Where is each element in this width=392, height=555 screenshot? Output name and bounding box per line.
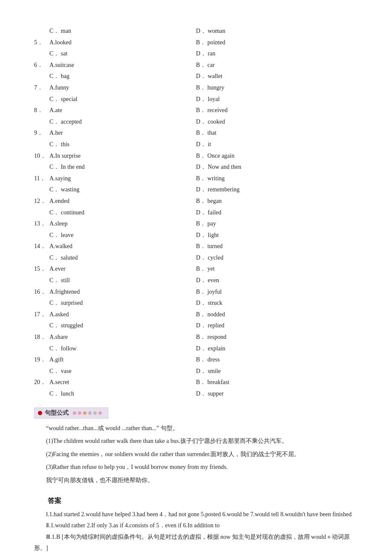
q-right: B． writing (196, 173, 358, 185)
opt-a: A.asked (49, 309, 69, 321)
q-left: C． sat (34, 48, 196, 60)
q-left: C． still (34, 275, 196, 286)
opt-a: C． bag (49, 71, 69, 82)
q-right: D． cooked (196, 116, 358, 128)
dot3 (83, 411, 86, 415)
opt-a: C． lunch (49, 388, 74, 400)
q-number: 5． (34, 37, 49, 49)
opt-a: C． surprised (49, 298, 83, 309)
question-row: 14．A.walkedB． turned (34, 241, 358, 252)
q-right: B． turned (196, 241, 358, 252)
opt-b: B． dress (196, 354, 220, 366)
q-left: C． vase (34, 366, 196, 377)
opt-b: B． Once again (196, 150, 234, 162)
q-number: 19． (34, 354, 49, 366)
q-number: 13． (34, 218, 49, 230)
q-right: B． joyful (196, 286, 358, 298)
q-left: 11．A.saying (34, 173, 196, 185)
opt-a: A.ate (49, 105, 62, 116)
q-right: B． pointed (196, 37, 358, 49)
answer-body: Ⅰ.1.had started 2.would have helped 3.ha… (34, 509, 358, 554)
opt-b: D． smile (196, 366, 221, 377)
question-row: C． acceptedD． cooked (34, 116, 358, 128)
opt-a: C． wasting (49, 184, 79, 196)
question-row: 7．A.funnyB． hungry (34, 82, 358, 94)
opt-b: D． Now and then (196, 162, 241, 173)
q-number (34, 139, 49, 150)
q-left: 17．A.asked (34, 309, 196, 321)
q-number: 9． (34, 127, 49, 139)
q-number (34, 320, 49, 332)
opt-b: B． that (196, 127, 216, 139)
opt-b: B． writing (196, 173, 225, 185)
q-left: 18．A.share (34, 332, 196, 343)
q-number (34, 343, 49, 355)
question-row: C． salutedD． cycled (34, 252, 358, 264)
opt-a: A.In surprise (49, 150, 81, 162)
q-left: 6．A.suitcase (34, 60, 196, 71)
q-right: D． Now and then (196, 162, 358, 173)
q-right: D． light (196, 230, 358, 241)
red-dot-icon (38, 411, 42, 415)
q-number: 6． (34, 60, 49, 71)
question-row: C． stillD． even (34, 275, 358, 286)
dot2 (78, 411, 81, 415)
question-row: 20．A.secretB． breakfast (34, 377, 358, 388)
question-row: C． surprisedD． struck (34, 298, 358, 309)
q-number (34, 252, 49, 264)
opt-a: C． accepted (49, 116, 82, 128)
q-left: C． wasting (34, 184, 196, 196)
q-left: 5．A.looked (34, 37, 196, 49)
opt-a: C． follow (49, 343, 76, 355)
opt-a: A.secret (49, 377, 69, 388)
opt-a: A.suitcase (49, 60, 74, 71)
q-right: B． pay (196, 218, 358, 230)
q-number: 16． (34, 286, 49, 298)
q-right: D． even (196, 275, 358, 286)
dot6 (98, 411, 102, 415)
opt-a: A.looked (49, 37, 72, 49)
q-left: C． leave (34, 230, 196, 241)
q-right: B． yet (196, 263, 358, 275)
opt-a: A.funny (49, 82, 69, 94)
q-left: C． In the end (34, 162, 196, 173)
q-right: B． began (196, 196, 358, 207)
question-row: 15．A.everB． yet (34, 263, 358, 275)
opt-a: A.frightened (49, 286, 80, 298)
q-right: D． loyal (196, 94, 358, 105)
opt-a: A.ever (49, 263, 66, 275)
opt-b: D． cycled (196, 252, 223, 264)
question-row: C． followD． explain (34, 343, 358, 355)
q-left: 13．A.sleep (34, 218, 196, 230)
opt-b: D． explain (196, 343, 225, 355)
q-right: D． replied (196, 320, 358, 332)
opt-a: C． struggled (49, 320, 83, 332)
answer-line: Ⅲ.1.B [本句为错综时间的虚拟条件句。从句是对过去的虚拟，根据 now 知主… (34, 532, 358, 554)
q-left: 15．A.ever (34, 263, 196, 275)
opt-b: B． hungry (196, 82, 225, 94)
question-row: 5．A.lookedB． pointed (34, 37, 358, 49)
opt-a: C． In the end (49, 162, 85, 173)
grammar-example: (3)Rather than refuse to help you，I woul… (34, 462, 358, 473)
opt-b: D． cooked (196, 116, 225, 128)
dot5 (93, 411, 97, 415)
q-number (34, 116, 49, 128)
question-row: 17．A.askedB． nodded (34, 309, 358, 321)
opt-a: A.share (49, 332, 68, 343)
opt-b: B． car (196, 60, 215, 71)
opt-b: B． yet (196, 263, 215, 275)
q-right: D． explain (196, 343, 358, 355)
question-row: C． satD． ran (34, 48, 358, 60)
q-left: 16．A.frightened (34, 286, 196, 298)
question-row: C． bagD． wallet (34, 71, 358, 82)
question-list: C． manD． woman5．A.lookedB． pointedC． sat… (34, 26, 358, 400)
answer-title: 答案 (34, 497, 358, 506)
question-row: C． wastingD． remembering (34, 184, 358, 196)
q-right: B． that (196, 127, 358, 139)
dot4 (88, 411, 92, 415)
opt-a: A.saying (49, 173, 71, 185)
opt-b: D． it (196, 139, 211, 150)
q-left: 8．A.ate (34, 105, 196, 116)
opt-b: D． remembering (196, 184, 239, 196)
q-left: 14．A.walked (34, 241, 196, 252)
